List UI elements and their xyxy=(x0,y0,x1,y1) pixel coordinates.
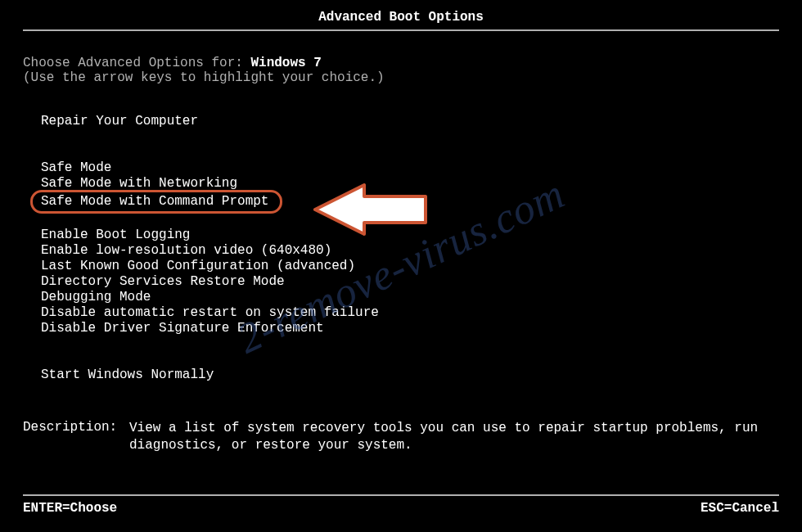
title-bar: Advanced Boot Options xyxy=(23,0,779,31)
instruction-hint: (Use the arrow keys to highlight your ch… xyxy=(23,70,779,85)
page-title: Advanced Boot Options xyxy=(318,10,484,25)
description-label: Description: xyxy=(23,420,129,454)
instruction-os: Windows 7 xyxy=(250,56,321,70)
boot-options-list: Repair Your Computer Safe Mode Safe Mode… xyxy=(41,114,802,383)
option-start-normally[interactable]: Start Windows Normally xyxy=(41,367,802,383)
option-disable-driver-signature[interactable]: Disable Driver Signature Enforcement xyxy=(41,321,802,336)
option-low-res-video[interactable]: Enable low-resolution video (640x480) xyxy=(41,243,802,259)
description-text: View a list of system recovery tools you… xyxy=(129,420,779,454)
description-block: Description: View a list of system recov… xyxy=(23,420,779,454)
instruction-block: Choose Advanced Options for: Windows 7 (… xyxy=(23,56,779,85)
option-last-known-good[interactable]: Last Known Good Configuration (advanced) xyxy=(41,259,802,274)
option-repair-computer[interactable]: Repair Your Computer xyxy=(41,114,802,129)
option-safe-mode-command-prompt[interactable]: Safe Mode with Command Prompt xyxy=(41,192,802,212)
footer-bar: ENTER=Choose ESC=Cancel xyxy=(23,494,779,516)
option-debugging-mode[interactable]: Debugging Mode xyxy=(41,290,802,305)
footer-esc: ESC=Cancel xyxy=(701,501,779,516)
highlighted-option: Safe Mode with Command Prompt xyxy=(30,190,282,214)
option-directory-services-restore[interactable]: Directory Services Restore Mode xyxy=(41,274,802,290)
option-boot-logging[interactable]: Enable Boot Logging xyxy=(41,228,802,243)
option-disable-auto-restart[interactable]: Disable automatic restart on system fail… xyxy=(41,305,802,321)
option-safe-mode[interactable]: Safe Mode xyxy=(41,160,802,176)
footer-enter: ENTER=Choose xyxy=(23,501,117,516)
instruction-prefix: Choose Advanced Options for: xyxy=(23,56,250,70)
